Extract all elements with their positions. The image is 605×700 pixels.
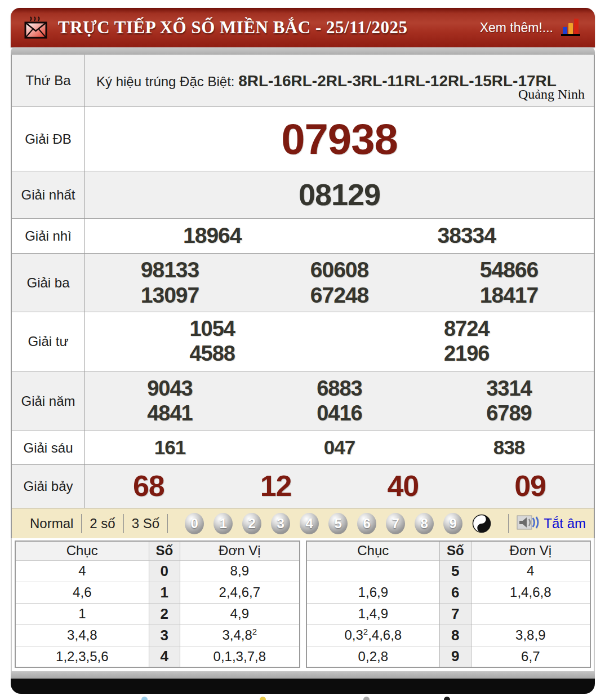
loto-header-row: Chục Số Đơn Vị	[306, 541, 591, 560]
prize-label: Giải tư	[12, 312, 85, 371]
prize-label: Giải nhất	[12, 171, 85, 218]
prize-number: 08129	[85, 177, 594, 212]
control-bar: Normal 2 số 3 Số 0 1 2 3 4 5 6 7 8 9	[11, 508, 595, 538]
loto-table-left: Chục Số Đơn Vị 4 0 8,9 4,6 1 2,4,6,7	[15, 540, 300, 668]
prize-number: 12	[212, 469, 340, 503]
mode-normal[interactable]: Normal	[22, 516, 81, 531]
special-sign-label: Ký hiệu trúng Đặc Biệt:	[96, 74, 238, 89]
prize-number: 161	[85, 436, 255, 459]
col-header-chuc: Chục	[15, 541, 149, 560]
col-header-so: Số	[440, 541, 471, 560]
prize-number: 09	[466, 469, 594, 503]
loto-table-right: Chục Số Đơn Vị 5 4 1,6,9 6 1,4,6,8	[306, 540, 591, 668]
prize-number: 4841	[85, 401, 255, 426]
loto-row: 3,4,8 3 3,4,82	[15, 624, 300, 646]
loto-row: 0,32,4,6,8 8 3,8,9	[306, 624, 591, 646]
divider-strip-top	[11, 47, 595, 55]
loto-row: 1,6,9 6 1,4,6,8	[306, 582, 591, 603]
special-sign-text: Ký hiệu trúng Đặc Biệt: 8RL-16RL-2RL-3RL…	[96, 69, 586, 93]
digit-ball-0[interactable]: 0	[185, 513, 204, 534]
prize-number: 2196	[340, 342, 594, 366]
title-bar: TRỰC TIẾP XỔ SỐ MIỀN BẮC - 25/11/2025 Xe…	[11, 8, 595, 47]
prize-number: 38334	[340, 223, 594, 249]
col-header-donvi: Đơn Vị	[471, 541, 590, 560]
digit-ball-9[interactable]: 9	[443, 513, 462, 534]
prize-row-seventh: Giải bảy 68 12 40 09	[12, 464, 594, 508]
lottery-widget: TRỰC TIẾP XỔ SỐ MIỀN BẮC - 25/11/2025 Xe…	[11, 8, 595, 694]
speaker-icon	[517, 514, 539, 533]
prize-label: Giải bảy	[12, 465, 85, 508]
loto-row: 1,2,3,5,6 4 0,1,3,7,8	[15, 646, 300, 667]
page: TRỰC TIẾP XỔ SỐ MIỀN BẮC - 25/11/2025 Xe…	[0, 0, 605, 700]
digit-balls: 0 1 2 3 4 5 6 7 8 9	[168, 513, 508, 534]
prize-label: Giải nhì	[12, 219, 85, 253]
prize-row-special: Giải ĐB 07938	[12, 107, 594, 171]
prize-number: 18964	[85, 223, 340, 249]
loto-row: 4,6 1 2,4,6,7	[15, 582, 300, 603]
prize-number: 4588	[85, 342, 340, 366]
digit-ball-2[interactable]: 2	[242, 513, 261, 534]
loto-header-row: Chục Số Đơn Vị	[15, 541, 300, 560]
prize-label: Giải năm	[12, 371, 85, 431]
prize-number: 6789	[424, 401, 594, 426]
prize-number: 07938	[85, 114, 594, 163]
col-header-donvi: Đơn Vị	[180, 541, 300, 560]
prize-number: 1054	[85, 317, 340, 342]
results-table: Thứ Ba Ký hiệu trúng Đặc Biệt: 8RL-16RL-…	[11, 55, 595, 508]
partial-icon-blue	[141, 697, 148, 700]
partial-icon-yellow	[260, 697, 266, 700]
loto-row: 1 2 4,9	[15, 603, 300, 624]
loto-row: 1,4,9 7	[306, 603, 591, 624]
loto-row: 0,2,8 9 6,7	[306, 646, 591, 667]
page-title: TRỰC TIẾP XỔ SỐ MIỀN BẮC - 25/11/2025	[58, 17, 408, 38]
prize-number: 3314	[424, 376, 594, 401]
prize-number: 98133	[85, 258, 255, 283]
mode-3-digits[interactable]: 3 Số	[124, 516, 167, 531]
prize-number: 18417	[424, 283, 594, 308]
see-more-link[interactable]: Xem thêm!...	[480, 20, 553, 36]
prize-number: 67248	[255, 283, 424, 308]
prize-label: Giải sáu	[12, 431, 85, 464]
digit-ball-4[interactable]: 4	[300, 513, 319, 534]
prize-row-fourth: Giải tư 1054 8724 4588 2196	[12, 312, 594, 371]
special-sign-value: 8RL-16RL-2RL-3RL-11RL-12RL-15RL-17RL	[238, 72, 557, 90]
divider-strip-bottom	[11, 671, 595, 679]
prize-row-first: Giải nhất 08129	[12, 171, 594, 218]
prize-number: 047	[255, 436, 424, 459]
digit-ball-1[interactable]: 1	[213, 513, 233, 534]
prize-number: 0416	[255, 401, 424, 426]
prize-number: 13097	[85, 283, 255, 308]
digit-ball-6[interactable]: 6	[357, 513, 376, 534]
prize-label: Giải ba	[12, 254, 85, 312]
prize-row-sixth: Giải sáu 161 047 838	[12, 431, 594, 464]
digit-ball-7[interactable]: 7	[386, 513, 405, 534]
footer-bar	[11, 679, 595, 694]
info-row: Thứ Ba Ký hiệu trúng Đặc Biệt: 8RL-16RL-…	[12, 55, 594, 107]
province-label: Quảng Ninh	[518, 87, 585, 102]
mode-2-digits[interactable]: 2 số	[82, 516, 123, 531]
cutoff-footer-icons	[0, 697, 605, 700]
digit-ball-8[interactable]: 8	[415, 513, 434, 534]
partial-icon-black	[444, 697, 450, 700]
prize-row-second: Giải nhì 18964 38334	[12, 218, 594, 253]
prize-number: 68	[85, 469, 212, 503]
mute-control[interactable]: Tắt âm	[509, 514, 586, 533]
yin-yang-icon[interactable]	[472, 513, 491, 534]
prize-row-third: Giải ba 98133 60608 54866 13097 67248 18…	[12, 253, 594, 312]
prize-number: 60608	[255, 258, 424, 283]
prize-number: 40	[340, 469, 467, 503]
partial-icon-gray	[363, 697, 370, 700]
mail-icon	[23, 14, 49, 42]
loto-summary: Chục Số Đơn Vị 4 0 8,9 4,6 1 2,4,6,7	[11, 538, 595, 671]
prize-number: 54866	[424, 258, 594, 283]
loto-row: 5 4	[306, 560, 591, 582]
digit-ball-5[interactable]: 5	[328, 513, 348, 534]
prize-number: 6883	[255, 376, 424, 401]
loto-row: 4 0 8,9	[15, 560, 300, 582]
weekday-label: Thứ Ba	[12, 55, 85, 107]
col-header-so: Số	[149, 541, 180, 560]
prize-number: 8724	[340, 317, 594, 342]
digit-ball-3[interactable]: 3	[271, 513, 290, 534]
mute-label: Tắt âm	[544, 516, 586, 531]
bar-chart-icon[interactable]	[561, 19, 580, 36]
